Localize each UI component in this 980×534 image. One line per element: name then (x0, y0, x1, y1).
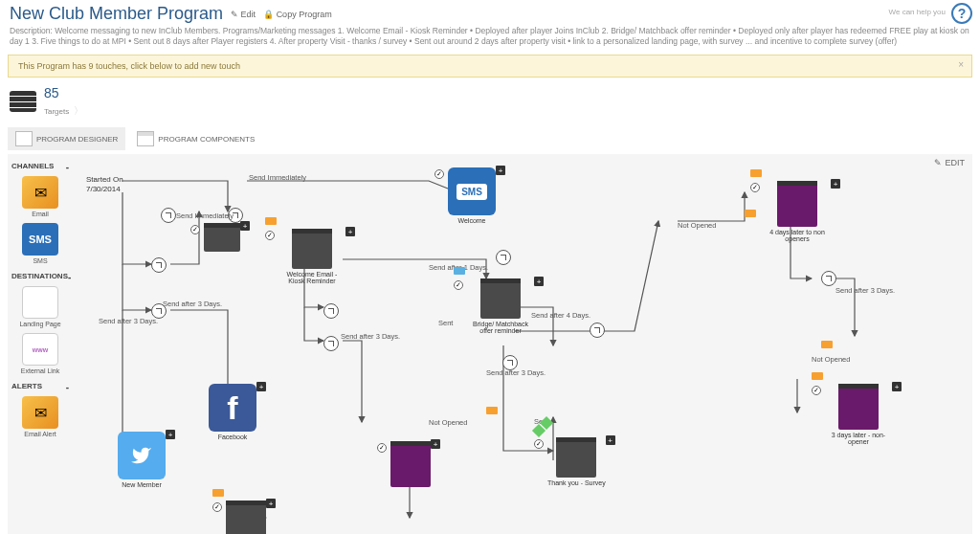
channel-sms[interactable]: SMSSMS (11, 223, 69, 264)
clock-icon (496, 250, 511, 265)
envelope-icon (821, 341, 833, 348)
destinations-header: DESTINATIONS- (11, 272, 69, 282)
collapse-icon[interactable]: - (66, 382, 69, 392)
notice-banner: This Program has 9 touches, click below … (8, 55, 972, 78)
help-icon[interactable]: ? (951, 3, 972, 24)
designer-icon (15, 131, 33, 146)
edge-label: Send after 4 Days. (531, 311, 590, 320)
calendar-icon (137, 131, 154, 146)
edge-label: Not Opened (812, 355, 850, 364)
targets-count[interactable]: 85 (44, 85, 83, 100)
close-icon[interactable]: × (958, 59, 964, 70)
edge-label: Sent (438, 319, 453, 327)
program-description: Description: Welcome messaging to new In… (10, 26, 970, 47)
node-facebook[interactable]: f+ Facebook (209, 384, 256, 440)
node-new-member[interactable]: + New Member (118, 432, 166, 488)
page-title: New Club Member Program (10, 4, 223, 24)
clock-icon (161, 208, 176, 223)
edge-label: Not Opened (678, 221, 716, 230)
destination-external-link[interactable]: wwwExternal Link (11, 333, 69, 374)
targets-label: Targets (44, 107, 69, 116)
node-welcome-kiosk[interactable]: ✓ + Welcome Email - Kiosk Reminder (278, 229, 345, 284)
edge-label: Send after 3 Days. (835, 286, 895, 295)
node-card-top[interactable]: ✓ + (204, 223, 240, 252)
clock-icon (590, 323, 605, 338)
edge-label: Send after 3 Days. (486, 368, 546, 377)
clock-icon (821, 271, 836, 286)
tab-program-designer[interactable]: PROGRAM DESIGNER (8, 127, 125, 150)
clock-icon (323, 303, 339, 319)
tab-program-components[interactable]: PROGRAM COMPONENTS (129, 127, 262, 150)
envelope-icon (486, 407, 498, 414)
clock-icon (323, 336, 339, 351)
node-thankyou[interactable]: ✓ + Thank you - Survey (547, 437, 606, 486)
database-icon (10, 91, 36, 112)
collapse-icon[interactable]: - (68, 272, 71, 282)
edge-label: Send after 3 Days. (341, 332, 400, 341)
collapse-icon[interactable]: - (66, 162, 69, 172)
node-bridge[interactable]: ✓ + Bridge/ Matchback offer reminder (467, 278, 534, 334)
edit-program-link[interactable]: ✎ Edit (231, 10, 256, 19)
alerts-header: ALERTS- (11, 382, 69, 392)
clock-icon (151, 257, 167, 273)
alert-email[interactable]: ✉Email Alert (11, 396, 69, 437)
node-welcome-sms[interactable]: ✓ SMS+ Welcome (448, 167, 496, 224)
node-promo-left[interactable]: ✓ + (390, 441, 431, 487)
edge-label: Not Opened (429, 418, 467, 427)
node-card-bottom[interactable]: ✓ + (226, 501, 266, 534)
node-3days[interactable]: ✓ + 3 days later - non-opener (825, 384, 892, 445)
node-4days[interactable]: ✓ + 4 days later to non openers (764, 181, 831, 242)
envelope-icon (745, 210, 756, 217)
designer-canvas[interactable]: ✎ EDIT CHANNELS- ✉Email SMSSMS DESTINATI… (8, 154, 972, 534)
channel-email[interactable]: ✉Email (11, 176, 69, 217)
edge-label: Send Immediately (249, 173, 306, 182)
edge-label: Send after 3 Days. (163, 300, 222, 308)
start-node: Started On7/30/2014 (86, 175, 123, 193)
chevron-right-icon[interactable]: 〉 (74, 105, 83, 116)
help-text: We can help you (889, 8, 946, 16)
edge-label: Send Immediately (176, 211, 234, 220)
destination-landing-page[interactable]: Landing Page (11, 286, 69, 327)
channels-header: CHANNELS- (11, 162, 69, 172)
edge-label: Send after 3 Days. (99, 317, 158, 325)
copy-program-link[interactable]: 🔒 Copy Program (263, 10, 332, 19)
